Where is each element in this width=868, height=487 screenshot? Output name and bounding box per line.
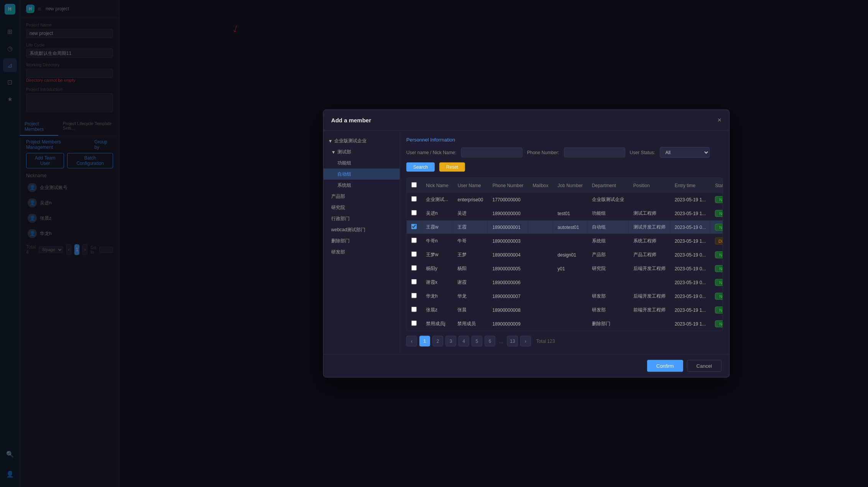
row-checkbox-7[interactable] bbox=[411, 293, 417, 298]
cell-pos-9 bbox=[629, 317, 670, 331]
row-checkbox-0[interactable] bbox=[411, 196, 417, 202]
tree-node-funcgroup[interactable]: 功能组 bbox=[324, 158, 400, 169]
table-row[interactable]: 谢霞x 谢霞 18900000006 2023-05-19 0... Norma… bbox=[407, 275, 723, 289]
cell-status-8: Normal bbox=[710, 303, 723, 317]
cell-phone-8: 18900000008 bbox=[488, 303, 528, 317]
username-label: User name / Nick Name: bbox=[406, 150, 457, 155]
cell-mail-3 bbox=[528, 234, 553, 248]
table-row[interactable]: 王霞w 王霞 18900000001 autotest01 自动组 测试开发工程… bbox=[407, 220, 723, 234]
tree-node-webcad[interactable]: webcad测试部门 bbox=[324, 224, 400, 235]
cell-nick-0: 企业测试... bbox=[421, 192, 453, 206]
cell-job-6 bbox=[553, 275, 587, 289]
tree-node-autogroup[interactable]: 自动组 bbox=[324, 169, 400, 180]
cell-status-2: Normal bbox=[710, 220, 723, 234]
cell-mail-7 bbox=[528, 289, 553, 303]
cancel-button[interactable]: Cancel bbox=[687, 360, 721, 372]
row-checkbox-8[interactable] bbox=[411, 307, 417, 312]
pg-btn-1[interactable]: 1 bbox=[419, 336, 430, 347]
tree-node-research[interactable]: 研究院 bbox=[324, 202, 400, 213]
col-username: User Name bbox=[453, 178, 488, 193]
table-row[interactable]: 企业测试... enterprise00 17700000000 企业版测试企业… bbox=[407, 192, 723, 206]
status-label: User Status: bbox=[630, 150, 655, 155]
cell-dept-9: 删除部门 bbox=[587, 317, 629, 331]
cell-job-8 bbox=[553, 303, 587, 317]
cell-user-7: 华龙 bbox=[453, 289, 488, 303]
cell-pos-5: 后端开发工程师 bbox=[629, 262, 670, 275]
search-bar: User name / Nick Name: Phone Number: Use… bbox=[406, 147, 723, 172]
tree-node-sysgroup[interactable]: 系统组 bbox=[324, 180, 400, 191]
table-row[interactable]: 王梦w 王梦 18900000004 design01 产品部 产品工程师 20… bbox=[407, 248, 723, 262]
pg-btn-6[interactable]: 6 bbox=[485, 336, 495, 347]
cell-phone-6: 18900000006 bbox=[488, 275, 528, 289]
cell-nick-7: 华龙h bbox=[421, 289, 453, 303]
row-checkbox-4[interactable] bbox=[411, 252, 417, 257]
pg-btn-2[interactable]: 2 bbox=[432, 336, 443, 347]
pg-btn-13[interactable]: 13 bbox=[507, 336, 518, 347]
status-select[interactable]: All Normal Disabled bbox=[660, 147, 710, 158]
cell-entry-7: 2023-05-19 0... bbox=[670, 289, 710, 303]
cell-job-9 bbox=[553, 317, 587, 331]
row-checkbox-6[interactable] bbox=[411, 279, 417, 285]
phone-input[interactable] bbox=[564, 148, 625, 158]
pg-total: Total 123 bbox=[536, 339, 555, 344]
tree-node-rnd[interactable]: 研发部 bbox=[324, 247, 400, 258]
cell-user-6: 谢霞 bbox=[453, 275, 488, 289]
col-department: Department bbox=[587, 178, 629, 193]
username-input[interactable] bbox=[461, 148, 523, 158]
tree-node-admin[interactable]: 行政部门 bbox=[324, 213, 400, 224]
row-checkbox-3[interactable] bbox=[411, 238, 417, 243]
cell-pos-2: 测试开发工程师 bbox=[629, 220, 670, 234]
cell-user-8: 张晨 bbox=[453, 303, 488, 317]
dialog-main-panel: Personnel Information User name / Nick N… bbox=[400, 131, 729, 354]
cell-status-4: Normal bbox=[710, 248, 723, 262]
table-row[interactable]: 牛哥n 牛哥 18900000003 系统组 系统工程师 2023-05-19 … bbox=[407, 234, 723, 248]
dialog-header: Add a member × bbox=[324, 110, 729, 131]
pg-btn-4[interactable]: 4 bbox=[459, 336, 469, 347]
pg-prev-btn[interactable]: ‹ bbox=[406, 336, 417, 347]
cell-nick-6: 谢霞x bbox=[421, 275, 453, 289]
tree-node-testdept[interactable]: ▼ 测试部 bbox=[324, 146, 400, 158]
table-row[interactable]: 禁用成员j 禁用成员 18900000009 删除部门 2023-05-19 1… bbox=[407, 317, 723, 331]
dialog-footer: Confirm Cancel bbox=[324, 354, 729, 377]
cell-job-3 bbox=[553, 234, 587, 248]
table-row[interactable]: 吴进n 吴进 18900000000 test01 功能组 测试工程师 2023… bbox=[407, 206, 723, 220]
cell-phone-4: 18900000004 bbox=[488, 248, 528, 262]
reset-button[interactable]: Reset bbox=[439, 163, 465, 172]
select-all-checkbox[interactable] bbox=[411, 182, 417, 188]
pg-next-btn[interactable]: › bbox=[520, 336, 531, 347]
table-row[interactable]: 杨阳y 杨阳 18900000005 y01 研究院 后端开发工程师 2023-… bbox=[407, 262, 723, 275]
cell-dept-6 bbox=[587, 275, 629, 289]
confirm-button[interactable]: Confirm bbox=[647, 360, 683, 372]
table-row[interactable]: 华龙h 华龙 18900000007 研发部 后端开发工程师 2023-05-1… bbox=[407, 289, 723, 303]
row-checkbox-2[interactable] bbox=[411, 224, 417, 229]
tree-root[interactable]: ▼ 企业版测试企业 bbox=[324, 135, 400, 146]
cell-job-5: y01 bbox=[553, 262, 587, 275]
tree-node-deleted[interactable]: 删除部门 bbox=[324, 235, 400, 247]
cell-dept-5: 研究院 bbox=[587, 262, 629, 275]
cell-pos-6 bbox=[629, 275, 670, 289]
row-checkbox-1[interactable] bbox=[411, 210, 417, 216]
cell-entry-6: 2023-05-19 0... bbox=[670, 275, 710, 289]
cell-mail-5 bbox=[528, 262, 553, 275]
pg-btn-5[interactable]: 5 bbox=[472, 336, 482, 347]
col-position: Position bbox=[629, 178, 670, 193]
cell-status-7: Normal bbox=[710, 289, 723, 303]
cell-pos-3: 系统工程师 bbox=[629, 234, 670, 248]
cell-user-4: 王梦 bbox=[453, 248, 488, 262]
col-entrytime: Entry time bbox=[670, 178, 710, 193]
cell-nick-3: 牛哥n bbox=[421, 234, 453, 248]
pg-btn-3[interactable]: 3 bbox=[446, 336, 456, 347]
cell-user-1: 吴进 bbox=[453, 206, 488, 220]
cell-mail-8 bbox=[528, 303, 553, 317]
tree-arrow: ▼ bbox=[331, 149, 336, 155]
org-tree: ▼ 企业版测试企业 ▼ 测试部 功能组 自动组 系统组 bbox=[324, 131, 400, 354]
search-button[interactable]: Search bbox=[406, 163, 435, 172]
cell-dept-1: 功能组 bbox=[587, 206, 629, 220]
row-checkbox-9[interactable] bbox=[411, 321, 417, 326]
table-row[interactable]: 张晨z 张晨 18900000008 研发部 前端开发工程师 2023-05-1… bbox=[407, 303, 723, 317]
personnel-table: Nick Name User Name Phone Number Mailbox… bbox=[406, 178, 723, 331]
tree-node-productdept[interactable]: 产品部 bbox=[324, 191, 400, 202]
row-checkbox-5[interactable] bbox=[411, 265, 417, 271]
tree-label: 功能组 bbox=[337, 160, 351, 166]
dialog-close-button[interactable]: × bbox=[717, 116, 722, 124]
